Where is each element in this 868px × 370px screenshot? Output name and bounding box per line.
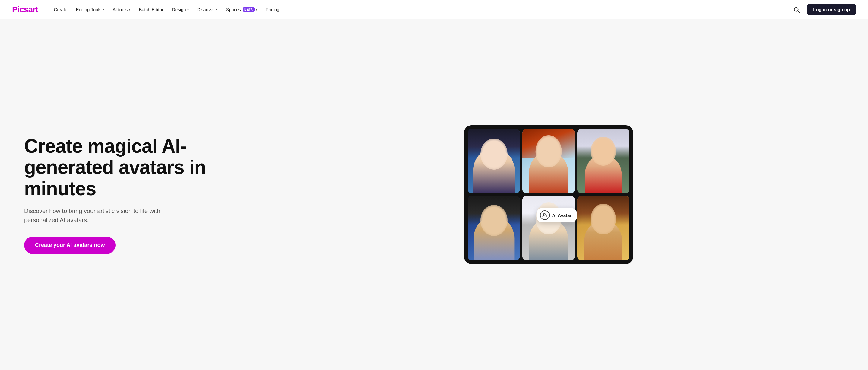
nav-item-batch-editor[interactable]: Batch Editor [135,4,167,15]
hero-title: Create magical AI-generated avatars in m… [24,136,235,199]
beta-badge: BETA [243,7,254,12]
nav-item-spaces[interactable]: Spaces BETA ▾ [222,4,261,15]
avatar-figure-4 [468,196,520,260]
avatar-figure-5 [522,196,575,260]
svg-point-2 [544,214,545,215]
nav-item-pricing[interactable]: Pricing [262,4,283,15]
tooltip-label: AI Avatar [552,213,572,218]
chevron-down-icon: ▾ [129,8,130,11]
hero-section: Create magical AI-generated avatars in m… [0,19,868,370]
search-icon [793,6,800,13]
chevron-down-icon: ▾ [187,8,189,11]
avatar-cell-red-dress [577,129,629,194]
nav-item-discover[interactable]: Discover ▾ [194,4,221,15]
chevron-down-icon: ▾ [216,8,217,11]
avatar-cell-white-hair [522,196,575,260]
hero-left: Create magical AI-generated avatars in m… [24,136,235,254]
avatar-figure-1 [468,129,520,194]
svg-line-1 [798,11,799,12]
login-signup-button[interactable]: Log in or sign up [807,4,856,15]
avatar-cell-anime-girl [468,129,520,194]
chevron-down-icon: ▾ [256,8,257,11]
nav-item-create[interactable]: Create [50,4,71,15]
nav-item-ai-tools[interactable]: AI tools ▾ [109,4,134,15]
avatar-figure-2 [522,129,575,194]
nav-item-editing-tools[interactable]: Editing Tools ▾ [72,4,108,15]
hero-right: AI Avatar [253,125,844,264]
avatar-cell-red-hair [522,129,575,194]
avatar-figure-6 [577,196,629,260]
avatar-grid: AI Avatar [464,125,633,264]
avatar-figure-3 [577,129,629,194]
cta-button[interactable]: Create your AI avatars now [24,237,116,254]
logo[interactable]: Picsart [12,5,38,15]
chevron-down-icon: ▾ [102,8,104,11]
search-button[interactable] [791,4,802,16]
hero-subtitle: Discover how to bring your artistic visi… [24,206,175,225]
nav-links: Create Editing Tools ▾ AI tools ▾ Batch … [50,4,791,15]
avatar-cell-dark-boy [468,196,520,260]
avatar-cell-brown-hair [577,196,629,260]
nav-right: Log in or sign up [791,4,856,16]
person-plus-icon [540,210,550,220]
navbar: Picsart Create Editing Tools ▾ AI tools … [0,0,868,19]
ai-avatar-tooltip: AI Avatar [536,208,577,222]
nav-item-design[interactable]: Design ▾ [168,4,192,15]
